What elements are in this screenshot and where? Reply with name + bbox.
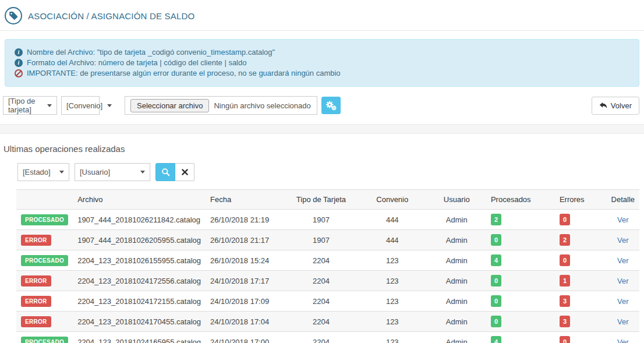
cell-convenio: 123 bbox=[358, 250, 427, 271]
cell-convenio: 444 bbox=[358, 210, 427, 230]
cell-tipo-tarjeta: 1907 bbox=[285, 210, 358, 230]
user-filter-select[interactable]: [Usuario] bbox=[75, 163, 150, 181]
back-button-label: Volver bbox=[611, 101, 632, 110]
info-icon: i bbox=[15, 59, 23, 67]
select-file-button[interactable]: Seleccionar archivo bbox=[130, 99, 209, 112]
cell-fecha: 24/10/2018 17:09 bbox=[206, 291, 285, 312]
info-line-format: i Formato del Archivo: número de tarjeta… bbox=[15, 58, 629, 68]
cell-tipo-tarjeta: 2204 bbox=[285, 291, 358, 312]
cell-convenio: 123 bbox=[358, 291, 427, 312]
cell-tipo-tarjeta: 2204 bbox=[285, 332, 358, 343]
operations-table-wrap: Archivo Fecha Tipo de Tarjeta Convenio U… bbox=[0, 189, 644, 343]
view-detail-link[interactable]: Ver bbox=[617, 236, 629, 245]
file-input[interactable]: Seleccionar archivo Ningún archivo selec… bbox=[125, 96, 317, 115]
processed-count-badge: 0 bbox=[491, 234, 501, 246]
cell-archivo: 2204_123_20181026155955.catalog bbox=[73, 250, 206, 271]
status-badge: PROCESADO bbox=[21, 337, 68, 343]
status-badge: PROCESADO bbox=[21, 255, 68, 266]
info-line-filename: i Nombre del Archivo: "tipo de tarjeta _… bbox=[15, 47, 629, 58]
processed-count-badge: 4 bbox=[491, 336, 501, 343]
view-detail-link[interactable]: Ver bbox=[617, 297, 629, 306]
status-filter-value: [Estado] bbox=[23, 168, 51, 176]
view-detail-link[interactable]: Ver bbox=[617, 317, 629, 326]
cell-fecha: 24/10/2018 17:00 bbox=[206, 332, 285, 343]
status-badge: ERROR bbox=[21, 235, 51, 246]
tag-icon bbox=[5, 7, 22, 24]
error-count-badge: 0 bbox=[560, 214, 570, 225]
ban-icon bbox=[15, 69, 23, 77]
info-line-text: Nombre del Archivo: "tipo de tarjeta _co… bbox=[27, 47, 275, 58]
chevron-down-icon bbox=[107, 104, 112, 107]
user-filter-value: [Usuario] bbox=[80, 168, 110, 176]
error-count-badge: 1 bbox=[560, 275, 570, 287]
card-type-select[interactable]: [Tipo de tarjeta] bbox=[3, 96, 57, 115]
info-box: i Nombre del Archivo: "tipo de tarjeta _… bbox=[5, 39, 639, 87]
view-detail-link[interactable]: Ver bbox=[617, 277, 629, 285]
status-badge: ERROR bbox=[21, 316, 51, 327]
view-detail-link[interactable]: Ver bbox=[617, 256, 629, 265]
header-convenio: Convenio bbox=[358, 190, 427, 210]
cell-convenio: 444 bbox=[358, 230, 427, 250]
agreement-select-value: [Convenio] bbox=[66, 101, 102, 110]
cell-tipo-tarjeta: 2204 bbox=[285, 312, 358, 332]
cell-usuario: Admin bbox=[427, 250, 486, 271]
cell-tipo-tarjeta: 2204 bbox=[285, 271, 358, 291]
page-title: ASOCIACIÓN / ASIGNACIÓN DE SALDO bbox=[28, 11, 194, 21]
section-divider bbox=[0, 124, 644, 134]
cell-usuario: Admin bbox=[427, 230, 486, 250]
search-button[interactable] bbox=[155, 163, 175, 181]
error-count-badge: 3 bbox=[560, 316, 570, 327]
info-line-important: IMPORTANTE: de presentarse algún error d… bbox=[15, 68, 629, 79]
header-errores: Errores bbox=[555, 190, 607, 210]
header-fecha: Fecha bbox=[206, 190, 285, 210]
cell-usuario: Admin bbox=[427, 332, 486, 343]
cell-fecha: 26/10/2018 21:17 bbox=[206, 230, 285, 250]
table-header-row: Archivo Fecha Tipo de Tarjeta Convenio U… bbox=[16, 190, 639, 210]
reply-arrow-icon bbox=[599, 102, 607, 109]
cell-archivo: 1907_444_20181026205955.catalog bbox=[73, 230, 206, 250]
cell-usuario: Admin bbox=[427, 312, 486, 332]
cell-usuario: Admin bbox=[427, 291, 486, 312]
operations-table: Archivo Fecha Tipo de Tarjeta Convenio U… bbox=[16, 189, 639, 343]
chevron-down-icon bbox=[47, 104, 52, 107]
process-button[interactable] bbox=[321, 97, 341, 114]
status-badge: PROCESADO bbox=[21, 214, 68, 225]
status-filter-select[interactable]: [Estado] bbox=[17, 163, 69, 181]
processed-count-badge: 0 bbox=[491, 295, 501, 307]
info-line-text: IMPORTANTE: de presentarse algún error d… bbox=[27, 68, 341, 79]
error-count-badge: 3 bbox=[560, 295, 570, 307]
view-detail-link[interactable]: Ver bbox=[617, 338, 629, 343]
page-header: ASOCIACIÓN / ASIGNACIÓN DE SALDO bbox=[0, 0, 644, 31]
table-row: PROCESADO 2204_123_20181024165955.catalo… bbox=[16, 332, 639, 343]
table-row: PROCESADO 1907_444_20181026211842.catalo… bbox=[16, 210, 639, 230]
table-row: ERROR 1907_444_20181026205955.catalog 26… bbox=[16, 230, 639, 250]
error-count-badge: 0 bbox=[560, 254, 570, 266]
view-detail-link[interactable]: Ver bbox=[617, 215, 629, 224]
cell-convenio: 123 bbox=[358, 271, 427, 291]
processed-count-badge: 0 bbox=[491, 316, 501, 327]
chevron-down-icon bbox=[140, 171, 145, 174]
processed-count-badge: 2 bbox=[491, 214, 501, 225]
error-count-badge: 2 bbox=[560, 234, 570, 246]
operations-title: Ultimas operaciones realizadas bbox=[0, 134, 644, 162]
card-type-select-value: [Tipo de tarjeta] bbox=[8, 97, 43, 114]
header-tipo-tarjeta: Tipo de Tarjeta bbox=[285, 190, 358, 210]
info-icon: i bbox=[15, 48, 23, 56]
table-row: ERROR 2204_123_20181024172556.catalog 24… bbox=[16, 271, 639, 291]
file-status-text: Ningún archivo seleccionado bbox=[214, 101, 310, 110]
operations-filters: [Estado] [Usuario] bbox=[0, 162, 644, 189]
info-line-text: Formato del Archivo: número de tarjeta |… bbox=[27, 58, 246, 68]
agreement-select[interactable]: [Convenio] bbox=[61, 96, 100, 115]
status-badge: ERROR bbox=[21, 296, 51, 307]
header-detalle: Detalle bbox=[607, 190, 639, 210]
clear-filters-button[interactable] bbox=[175, 163, 194, 181]
header-usuario: Usuario bbox=[427, 190, 486, 210]
header-status bbox=[16, 190, 73, 210]
back-button[interactable]: Volver bbox=[592, 97, 639, 115]
operations-table-body: PROCESADO 1907_444_20181026211842.catalo… bbox=[16, 210, 639, 343]
header-procesados: Procesados bbox=[486, 190, 555, 210]
cell-usuario: Admin bbox=[427, 271, 486, 291]
cell-tipo-tarjeta: 1907 bbox=[285, 230, 358, 250]
processed-count-badge: 4 bbox=[491, 254, 501, 266]
cell-fecha: 24/10/2018 17:17 bbox=[206, 271, 285, 291]
